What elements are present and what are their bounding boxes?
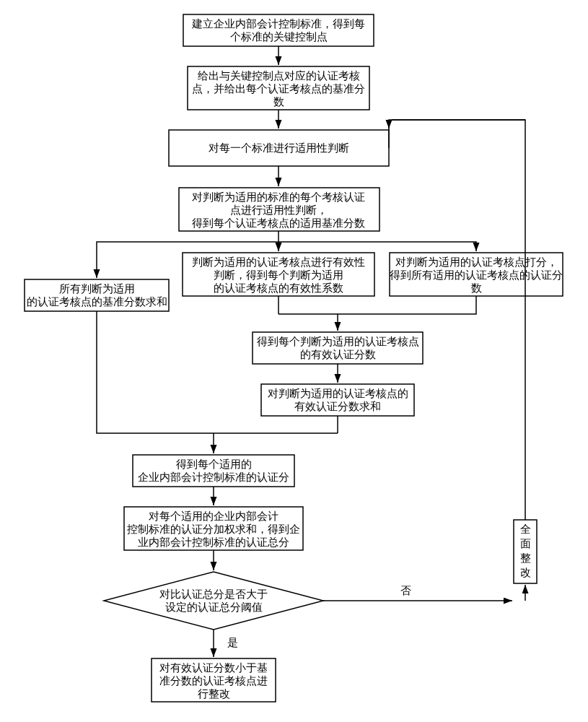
- side-l4: 改: [520, 566, 531, 578]
- n8-l2: 企业内部会计控制标准的认证分: [138, 471, 289, 483]
- n5c-l2: 得到所有适用的认证考核点的认证分: [390, 269, 563, 281]
- n10-l3: 行整改: [198, 687, 230, 700]
- n2-l1: 给出与关键控制点对应的认证考核: [198, 69, 360, 82]
- n5b-l2: 判断，得到每个判断为适用: [214, 269, 343, 281]
- node-cert-points: 给出与关键控制点对应的认证考核 点，并给出每个认证考核点的基准分 数: [188, 66, 369, 110]
- n5b-l3: 的认证考核点的有效性系数: [214, 282, 343, 294]
- n4-l1: 对判断为适用的标准的每个考核认证: [192, 191, 365, 203]
- n4-l3: 得到每个认证考核点的适用基准分数: [192, 217, 365, 229]
- arrow-feedback-up: [389, 120, 525, 520]
- node-weighted-total: 对每个适用的企业内部会计 控制标准的认证分加权求和，得到企 业内部会计控制标准的…: [124, 507, 303, 550]
- node-full-rectification: 全 面 整 改: [514, 520, 537, 583]
- node-applicability-judgement: 对每一个标准进行适用性判断: [169, 130, 389, 166]
- n5c-l3: 数: [471, 282, 482, 294]
- n2-l2: 点，并给出每个认证考核点的基准分: [192, 82, 365, 95]
- n9-l2: 控制标准的认证分加权求和，得到企: [127, 523, 300, 535]
- n9-l1: 对每个适用的企业内部会计: [149, 510, 278, 522]
- label-yes: 是: [227, 636, 238, 648]
- node-establish-standards: 建立企业内部会计控制标准，得到每 个标准的关键控制点: [183, 14, 374, 46]
- arrow-5c-merge: [278, 296, 476, 314]
- decision-threshold: 对比认证总分是否大于 设定的认证总分阈值: [104, 572, 323, 630]
- n5c-l1: 对判断为适用的认证考核点打分，: [395, 256, 558, 268]
- label-no: 否: [400, 584, 411, 596]
- n9-l3: 业内部会计控制标准的认证总分: [138, 536, 289, 548]
- n3-l1: 对每一个标准进行适用性判断: [209, 142, 349, 154]
- n7-l1: 对判断为适用的认证考核点的: [268, 387, 408, 399]
- dec-l2: 设定的认证总分阈值: [165, 601, 263, 613]
- node-effectiveness-judgement: 判断为适用的认证考核点进行有效性 判断，得到每个判断为适用 的认证考核点的有效性…: [183, 253, 374, 296]
- n1-l2: 个标准的关键控制点: [230, 30, 328, 43]
- n5b-l1: 判断为适用的认证考核点进行有效性: [192, 256, 365, 268]
- arrow-4-5c: [278, 242, 476, 251]
- n8-l1: 得到每个适用的: [176, 458, 252, 470]
- n5a-l1: 所有判断为适用: [59, 282, 135, 295]
- node-effective-cert-score: 得到每个判断为适用的认证考核点 的有效认证分数: [253, 332, 423, 364]
- n6-l1: 得到每个判断为适用的认证考核点: [257, 335, 419, 347]
- flowchart: 建立企业内部会计控制标准，得到每 个标准的关键控制点 给出与关键控制点对应的认证…: [0, 0, 588, 722]
- n2-l3: 数: [273, 95, 284, 108]
- node-standard-cert-score: 得到每个适用的 企业内部会计控制标准的认证分: [133, 455, 294, 487]
- n6-l2: 的有效认证分数: [300, 348, 376, 360]
- node-rectify-below-baseline: 对有效认证分数小于基 准分数的认证考核点进 行整改: [152, 658, 276, 702]
- node-point-applicability: 对判断为适用的标准的每个考核认证 点进行适用性判断， 得到每个认证考核点的适用基…: [179, 188, 379, 231]
- side-l1: 全: [520, 523, 531, 535]
- dec-l1: 对比认证总分是否大于: [159, 588, 268, 600]
- side-l2: 面: [520, 537, 531, 549]
- n4-l2: 点进行适用性判断，: [230, 204, 328, 216]
- node-sum-base-scores: 所有判断为适用 的认证考核点的基准分数求和: [25, 279, 169, 311]
- n7-l2: 有效认证分数求和: [294, 400, 381, 412]
- n10-l1: 对有效认证分数小于基: [159, 661, 268, 674]
- n10-l2: 准分数的认证考核点进: [159, 674, 268, 687]
- node-sum-effective-scores: 对判断为适用的认证考核点的 有效认证分数求和: [261, 384, 414, 416]
- n5a-l2: 的认证考核点的基准分数求和: [27, 295, 167, 308]
- side-l3: 整: [520, 552, 531, 564]
- n1-l1: 建立企业内部会计控制标准，得到每: [191, 17, 365, 30]
- node-scoring: 对判断为适用的认证考核点打分， 得到所有适用的认证考核点的认证分 数: [390, 253, 563, 296]
